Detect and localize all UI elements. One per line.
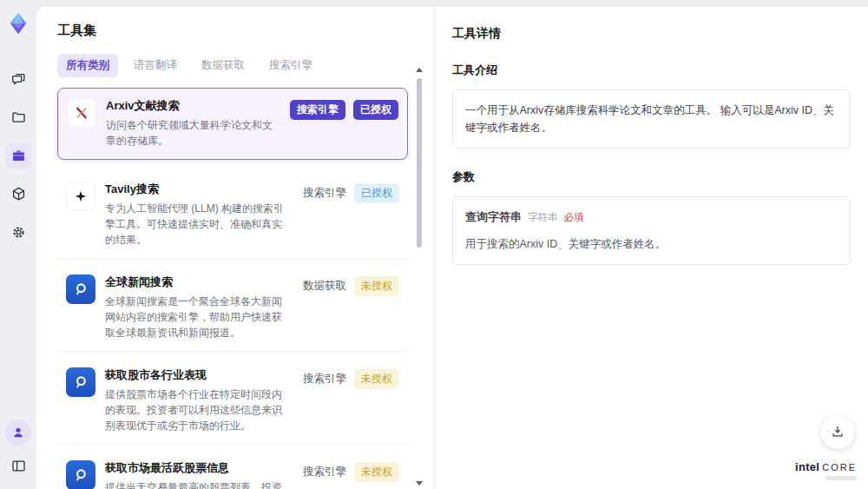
rail-nav <box>5 66 31 245</box>
toolbox-icon[interactable] <box>5 142 31 169</box>
tool-description: 专为人工智能代理 (LLM) 构建的搜索引擎工具。可快速提供实时、准确和真实的结… <box>105 201 288 248</box>
params-heading: 参数 <box>452 169 851 185</box>
arxiv-logo-icon <box>67 98 96 128</box>
category-label: 搜索引擎 <box>303 462 346 479</box>
tool-card-sector-performance[interactable]: 获取股市各行业表现 提供股票市场各个行业在特定时间段内的表现。投资者可以利用这些… <box>57 358 408 445</box>
tool-description: 访问各个研究领域大量科学论文和文章的存储库。 <box>106 117 275 149</box>
download-icon <box>830 424 845 442</box>
stock-app-icon <box>66 367 95 397</box>
category-label: 搜索引擎 <box>303 369 346 387</box>
tool-card-most-active-stocks[interactable]: 获取市场最活跃股票信息 提供当天交易量最高的股票列表，投资者可以利用这些信息来识… <box>57 451 408 489</box>
tab-data-fetch[interactable]: 数据获取 <box>193 54 253 77</box>
brand-subtext <box>825 476 857 480</box>
news-app-icon <box>66 274 95 304</box>
settings-icon[interactable] <box>5 219 31 245</box>
brand-primary: intel <box>795 460 819 473</box>
left-rail <box>0 0 36 489</box>
tool-card-tavily[interactable]: Tavily搜索 专为人工智能代理 (LLM) 构建的搜索引擎工具。可快速提供实… <box>57 172 408 259</box>
intro-heading: 工具介绍 <box>452 63 851 78</box>
category-label: 搜索引擎 <box>303 183 346 201</box>
auth-status-badge: 已授权 <box>354 183 399 203</box>
stock-app-icon <box>66 460 95 489</box>
scroll-down-icon[interactable] <box>416 481 423 486</box>
tool-name: Tavily搜索 <box>105 182 288 197</box>
tool-list-panel: 工具集 所有类别 语言翻译 数据获取 搜索引擎 A <box>36 7 434 489</box>
tool-card-arxiv[interactable]: Arxiv文献搜索 访问各个研究领域大量科学论文和文章的存储库。 搜索引擎 已授… <box>57 88 408 160</box>
category-label: 数据获取 <box>303 276 346 294</box>
brand-secondary: core <box>822 462 857 472</box>
intro-box: 一个用于从Arxiv存储库搜索科学论文和文章的工具。 输入可以是Arxiv ID… <box>452 89 851 149</box>
page-title: 工具集 <box>57 23 434 39</box>
auth-status-badge: 未授权 <box>354 276 399 296</box>
cube-icon[interactable] <box>5 181 31 207</box>
tavily-star-icon <box>66 182 95 211</box>
tool-name: 获取市场最活跃股票信息 <box>105 460 288 476</box>
tool-description: 提供当天交易量最高的股票列表，投资者可以利用这些信息来识别流动性强的股票和潜在的… <box>105 479 288 489</box>
content-shell: 工具集 所有类别 语言翻译 数据获取 搜索引擎 A <box>36 7 868 489</box>
tab-search-engine[interactable]: 搜索引擎 <box>260 54 321 77</box>
scrollbar <box>416 68 424 486</box>
auth-status-badge: 未授权 <box>354 369 399 389</box>
intel-core-logo: intelcore <box>795 459 857 480</box>
category-tabs: 所有类别 语言翻译 数据获取 搜索引擎 <box>57 54 434 77</box>
tool-detail-panel: 工具详情 工具介绍 一个用于从Arxiv存储库搜索科学论文和文章的工具。 输入可… <box>434 7 868 489</box>
param-name: 查询字符串 <box>465 208 522 227</box>
auth-status-badge: 已授权 <box>353 100 398 120</box>
param-description: 用于搜索的Arxiv ID、关键字或作者姓名。 <box>465 235 838 253</box>
detail-title: 工具详情 <box>452 26 851 42</box>
tool-description: 全球新闻搜索是一个聚合全球各大新闻网站内容的搜索引擎，帮助用户快速获取全球最新资… <box>105 294 288 340</box>
tool-description: 提供股票市场各个行业在特定时间段内的表现。投资者可以利用这些信息来识别表现优于或… <box>105 387 288 433</box>
panel-toggle-icon[interactable] <box>5 453 31 479</box>
auth-status-badge: 未授权 <box>354 462 399 482</box>
param-required-badge: 必填 <box>564 209 584 225</box>
download-button[interactable] <box>821 416 854 449</box>
chat-icon[interactable] <box>5 66 31 92</box>
user-icon[interactable] <box>5 420 31 446</box>
param-type: 字符串 <box>528 209 558 225</box>
tab-all-categories[interactable]: 所有类别 <box>57 54 118 77</box>
param-box: 查询字符串 字符串 必填 用于搜索的Arxiv ID、关键字或作者姓名。 <box>452 196 851 265</box>
tool-name: Arxiv文献搜索 <box>106 98 275 114</box>
app-root: 工具集 所有类别 语言翻译 数据获取 搜索引擎 A <box>0 0 868 489</box>
tool-name: 获取股市各行业表现 <box>105 367 288 383</box>
scrollbar-thumb[interactable] <box>417 78 422 248</box>
app-logo-icon[interactable] <box>6 10 30 36</box>
folder-icon[interactable] <box>5 104 31 130</box>
rail-bottom <box>5 420 31 489</box>
scroll-up-icon[interactable] <box>416 68 423 72</box>
category-badge: 搜索引擎 <box>290 100 345 120</box>
tool-name: 全球新闻搜索 <box>105 274 288 290</box>
tool-card-global-news[interactable]: 全球新闻搜索 全球新闻搜索是一个聚合全球各大新闻网站内容的搜索引擎，帮助用户快速… <box>57 265 408 352</box>
tab-language-translation[interactable]: 语言翻译 <box>125 54 186 77</box>
tool-card-list: Arxiv文献搜索 访问各个研究领域大量科学论文和文章的存储库。 搜索引擎 已授… <box>57 88 434 489</box>
